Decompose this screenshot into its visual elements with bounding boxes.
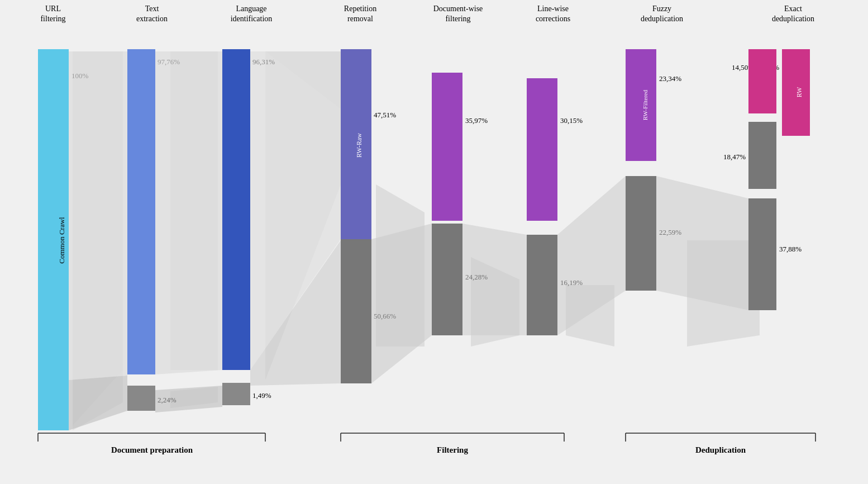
header-fuzzy-dedup2: deduplication	[641, 15, 683, 23]
header-doc-filtering: Document-wise	[433, 4, 483, 13]
label-rw-raw: RW-Raw	[355, 133, 363, 158]
bar-line-gray	[527, 235, 557, 335]
bar-fuzzy-gray	[626, 176, 656, 291]
header-repetition-removal2: removal	[347, 15, 373, 23]
pct-rep-raw: 47,51%	[374, 111, 396, 119]
bar-exact-pink2	[748, 49, 776, 113]
label-rw: RW	[795, 87, 803, 97]
header-repetition-removal: Repetition	[344, 4, 376, 13]
header-exact-dedup: Exact	[784, 4, 802, 13]
bar-text-gray	[127, 386, 155, 411]
pct-lang-bottom: 1,49%	[252, 391, 271, 400]
bar-lang-gray	[222, 383, 250, 405]
bar-rep-gray	[341, 239, 371, 383]
label-filtering: Filtering	[437, 445, 468, 454]
header-doc-filtering2: filtering	[445, 15, 470, 23]
connector-url-text-main	[69, 51, 127, 380]
bar-exact-gray2	[748, 198, 776, 310]
header-url-filtering: URL	[45, 4, 61, 13]
bar-exact-gray1	[748, 122, 776, 189]
bar-line-purple	[527, 78, 557, 221]
bar-text-main	[127, 49, 155, 374]
header-text-extraction: Text	[145, 4, 159, 13]
bar-fuzzy-rw-filtered	[626, 49, 656, 161]
header-line-corrections2: corrections	[536, 15, 570, 23]
label-doc-prep: Document preparation	[111, 445, 193, 454]
pct-exact-gray1: 18,47%	[723, 153, 746, 161]
label-dedup: Deduplication	[695, 445, 746, 454]
connector-fuzzy-exact-gray	[656, 176, 748, 310]
pct-line-purple: 30,15%	[560, 116, 583, 125]
label-common-crawl: Common Crawl	[58, 217, 66, 264]
header-lang-id: Language	[236, 4, 266, 13]
header-line-corrections: Line-wise	[537, 4, 569, 13]
chart-container: URL filtering Text extraction Language i…	[0, 0, 868, 484]
pct-exact-gray2: 37,88%	[779, 245, 802, 253]
pct-doc-purple: 35,97%	[465, 116, 488, 125]
connector-doc-line-gray	[462, 224, 527, 335]
header-exact-dedup2: deduplication	[772, 15, 814, 23]
header-lang-id2: identification	[231, 15, 273, 23]
pct-fuzzy-top: 23,34%	[659, 74, 681, 83]
bar-lang-main	[222, 49, 250, 370]
label-rw-filtered: RW-Filtered	[642, 89, 648, 120]
bar-doc-purple	[432, 73, 462, 221]
connector-text-lang-main	[155, 51, 222, 374]
bar-doc-gray	[432, 224, 462, 335]
header-text-extraction2: extraction	[136, 15, 168, 23]
header-url-filtering2: filtering	[40, 15, 65, 23]
header-fuzzy-dedup: Fuzzy	[652, 4, 671, 13]
